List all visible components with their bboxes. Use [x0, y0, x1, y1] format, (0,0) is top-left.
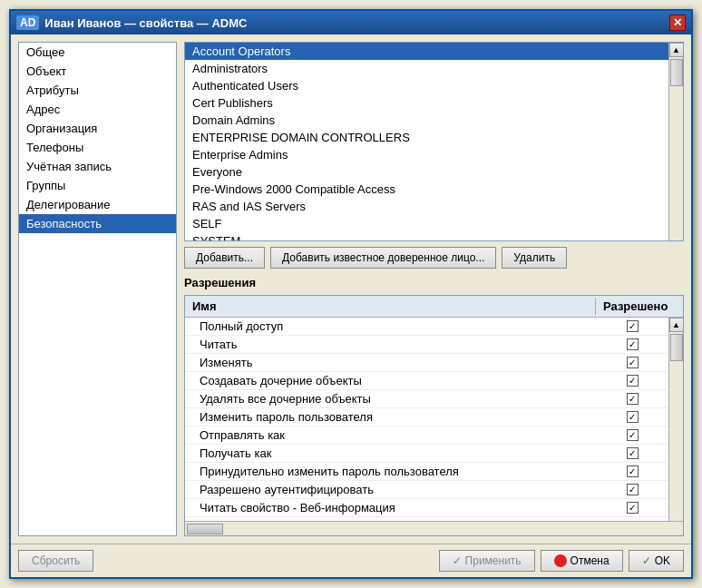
perm-check-cell[interactable] [596, 427, 668, 443]
perm-row: Полный доступ [185, 318, 668, 336]
checkbox[interactable] [627, 429, 639, 441]
perm-name: Удалять все дочерние объекты [185, 390, 596, 407]
sidebar-item-общее[interactable]: Общее [19, 43, 176, 62]
scroll-up-arrow[interactable]: ▲ [669, 43, 684, 57]
group-list-item[interactable]: Account Operators [185, 43, 668, 60]
group-list-item[interactable]: SELF [185, 215, 668, 232]
perm-check-cell[interactable] [596, 373, 668, 388]
perm-row: Разрешено аутентифицировать [185, 481, 668, 499]
hscroll-thumb[interactable] [187, 524, 223, 534]
checkbox[interactable] [627, 393, 639, 405]
perm-name: Читать [185, 336, 596, 353]
perm-scrollbar[interactable]: ▲ [668, 318, 683, 521]
perm-check-cell[interactable] [596, 446, 668, 461]
ok-check-icon: ✓ [642, 554, 651, 567]
footer-buttons: Сбросить ✓ Применить Отмена ✓ OK [11, 544, 691, 577]
group-list-item[interactable]: Authenticated Users [185, 77, 668, 94]
perm-name: Разрешено аутентифицировать [185, 481, 596, 498]
permissions-body: Полный доступЧитатьИзменятьСоздавать доч… [185, 318, 668, 521]
cancel-button[interactable]: Отмена [541, 550, 623, 572]
main-content: Account OperatorsAdministratorsAuthentic… [184, 42, 684, 536]
perm-check-cell[interactable] [596, 500, 668, 515]
permissions-header-allowed: Разрешено [596, 298, 668, 315]
perm-name: Изменить пароль пользователя [185, 408, 596, 426]
perm-row: Получать как [185, 445, 668, 463]
group-list-item[interactable]: SYSTEM [185, 232, 668, 240]
add-button[interactable]: Добавить... [184, 247, 265, 269]
title-bar-left: AD Иван Иванов — свойства — ADMC [16, 15, 247, 30]
perm-row: Изменять [185, 354, 668, 372]
close-button[interactable]: ✕ [669, 15, 686, 31]
perm-check-cell[interactable] [596, 409, 668, 425]
group-list-item[interactable]: Everyone [185, 163, 668, 181]
ok-label: OK [655, 554, 670, 567]
delete-button[interactable]: Удалить [502, 247, 567, 269]
perm-row: Изменить пароль пользователя [185, 408, 668, 426]
perm-name: Изменять [185, 354, 596, 371]
horizontal-scrollbar[interactable] [185, 521, 683, 535]
cancel-label: Отмена [570, 554, 609, 567]
sidebar-item-адрес[interactable]: Адрес [19, 100, 176, 119]
perm-name: Читать свойство - Веб-информация [185, 499, 596, 516]
apply-label: Применить [465, 554, 522, 567]
main-window: AD Иван Иванов — свойства — ADMC ✕ Общее… [9, 9, 693, 579]
checkbox[interactable] [627, 320, 639, 332]
perm-scroll-up[interactable]: ▲ [669, 318, 684, 332]
checkbox[interactable] [627, 466, 639, 477]
perm-name: Отправлять как [185, 426, 596, 444]
group-list-item[interactable]: Cert Publishers [185, 94, 668, 112]
reset-button[interactable]: Сбросить [18, 550, 93, 572]
perm-check-cell[interactable] [596, 482, 668, 497]
permissions-section-label: Разрешения [184, 276, 684, 289]
group-list-item[interactable]: Enterprise Admins [185, 146, 668, 163]
action-buttons-row: Добавить... Добавить известное доверенно… [184, 247, 684, 269]
perm-check-cell[interactable] [596, 391, 668, 407]
group-list-item[interactable]: Administrators [185, 60, 668, 77]
perm-check-cell[interactable] [596, 355, 668, 370]
checkbox[interactable] [627, 375, 639, 387]
perm-check-cell[interactable] [596, 464, 668, 479]
group-list-item[interactable]: Domain Admins [185, 112, 668, 129]
permissions-table-container: Имя Разрешено Полный доступЧитатьИзменят… [184, 295, 684, 536]
group-list-item[interactable]: Pre-Windows 2000 Compatible Access [185, 181, 668, 198]
apply-button[interactable]: ✓ Применить [439, 550, 535, 572]
group-list-item[interactable]: ENTERPRISE DOMAIN CONTROLLERS [185, 129, 668, 146]
checkbox[interactable] [627, 411, 639, 423]
sidebar-item-атрибуты[interactable]: Атрибуты [19, 81, 176, 100]
perm-check-cell[interactable] [596, 318, 668, 334]
sidebar-item-безопасность[interactable]: Безопасность [19, 214, 176, 233]
scroll-thumb[interactable] [670, 59, 683, 86]
sidebar-item-организация[interactable]: Организация [19, 119, 176, 138]
add-trusted-button[interactable]: Добавить известное доверенное лицо... [270, 247, 496, 269]
sidebar-item-делегирование[interactable]: Делегирование [19, 195, 176, 214]
perm-check-cell[interactable] [596, 337, 668, 352]
checkbox[interactable] [627, 338, 639, 350]
perm-scroll-thumb[interactable] [670, 334, 683, 361]
perm-row: Отправлять как [185, 426, 668, 445]
perm-name: Получать как [185, 445, 596, 462]
perm-row: Читать [185, 336, 668, 354]
sidebar-item-телефоны[interactable]: Телефоны [19, 138, 176, 157]
permissions-header-name: Имя [185, 298, 596, 315]
checkbox[interactable] [627, 484, 639, 495]
checkbox[interactable] [627, 357, 639, 368]
permissions-header: Имя Разрешено [185, 296, 683, 318]
checkbox[interactable] [627, 447, 639, 459]
group-list: Account OperatorsAdministratorsAuthentic… [185, 43, 668, 240]
sidebar-item-объект[interactable]: Объект [19, 62, 176, 81]
group-list-item[interactable]: RAS and IAS Servers [185, 198, 668, 215]
group-list-container: Account OperatorsAdministratorsAuthentic… [184, 42, 684, 241]
perm-row: Читать свойство - Веб-информация [185, 499, 668, 517]
sidebar-item-учётная-запись[interactable]: Учётная запись [19, 157, 176, 176]
cancel-dot-icon [554, 554, 567, 567]
sidebar-item-группы[interactable]: Группы [19, 176, 176, 195]
checkbox[interactable] [627, 502, 639, 514]
group-list-scrollbar[interactable]: ▲ [668, 43, 683, 240]
perm-name: Принудительно изменить пароль пользовате… [185, 463, 596, 480]
perm-row: Создавать дочерние объекты [185, 372, 668, 390]
perm-name: Полный доступ [185, 318, 596, 335]
perm-row: Принудительно изменить пароль пользовате… [185, 463, 668, 481]
app-icon: AD [16, 15, 39, 30]
ok-button[interactable]: ✓ OK [629, 550, 684, 572]
perm-row: Удалять все дочерние объекты [185, 390, 668, 408]
